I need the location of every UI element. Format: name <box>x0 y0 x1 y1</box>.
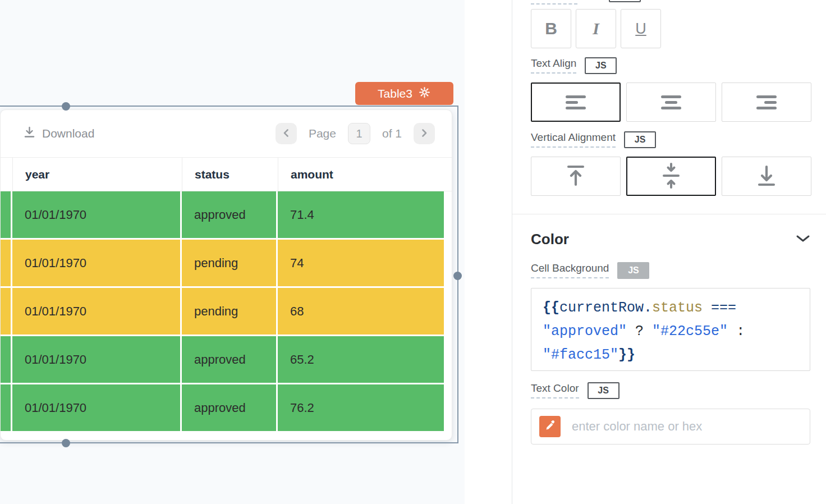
row-cell-year[interactable]: 01/01/1970 <box>12 191 180 238</box>
underline-button[interactable]: U <box>621 9 661 48</box>
chevron-down-icon[interactable] <box>796 234 810 245</box>
row-cell-amount[interactable]: 74 <box>278 240 444 286</box>
vertical-alignment-js-badge[interactable]: JS <box>624 131 656 148</box>
resize-handle-bottom[interactable] <box>62 439 70 447</box>
text-align-label-row: Text Align JS <box>531 57 617 74</box>
cell-background-label-row: Cell Background JS <box>531 262 649 279</box>
row-cell-sliver <box>1 336 11 383</box>
align-center-button[interactable] <box>626 83 716 122</box>
inspector-panel: Emphasis JS B I U Text Align JS Vertical… <box>512 0 826 504</box>
text-color-js-badge[interactable]: JS <box>588 382 620 399</box>
row-cell-amount[interactable]: 71.4 <box>278 191 444 238</box>
emphasis-js-badge[interactable]: JS <box>609 0 641 2</box>
row-cell-sliver <box>1 288 11 335</box>
resize-handle-top[interactable] <box>62 102 70 111</box>
pagination: Page of 1 <box>276 123 435 144</box>
valign-bottom-icon <box>756 164 777 189</box>
header-cell-year[interactable]: year <box>12 158 180 191</box>
page-label: Page <box>309 127 336 140</box>
valign-middle-button[interactable] <box>626 157 716 196</box>
table-row[interactable]: 01/01/1970 pending 68 <box>1 288 452 335</box>
color-section-header[interactable]: Color <box>531 231 810 248</box>
table-toolbar: Download Page of 1 <box>1 110 452 158</box>
align-right-button[interactable] <box>722 83 811 122</box>
download-icon <box>23 126 36 141</box>
page-number-input[interactable] <box>348 123 370 144</box>
row-cell-amount[interactable]: 65.2 <box>278 336 444 383</box>
valign-top-icon <box>565 164 586 189</box>
cell-background-label: Cell Background <box>531 262 609 278</box>
next-page-button[interactable] <box>414 123 435 144</box>
resize-handle-right[interactable] <box>453 272 462 280</box>
table-row[interactable]: 01/01/1970 approved 76.2 <box>1 384 452 431</box>
text-color-label: Text Color <box>531 382 579 398</box>
eyedropper-swatch[interactable] <box>539 416 561 437</box>
text-color-input-wrap <box>531 409 810 445</box>
align-left-button[interactable] <box>531 83 621 122</box>
row-cell-year[interactable]: 01/01/1970 <box>12 384 180 431</box>
emphasis-buttons: B I U <box>531 9 661 48</box>
chevron-right-icon <box>420 129 429 139</box>
header-cell-amount[interactable]: amount <box>278 158 444 191</box>
cell-background-code-editor[interactable]: {{currentRow.status === "approved" ? "#2… <box>531 288 810 371</box>
section-divider <box>512 214 826 214</box>
align-right-icon <box>756 95 777 109</box>
header-cell-sliver <box>1 158 13 191</box>
table-component[interactable]: Download Page of 1 <box>0 109 452 441</box>
table-header-row: year status amount <box>1 158 452 191</box>
row-cell-sliver <box>1 240 11 286</box>
canvas-panel-gap <box>465 0 512 504</box>
valign-middle-icon <box>660 163 682 190</box>
vertical-alignment-label-row: Vertical Alignment JS <box>531 131 656 148</box>
row-cell-sliver <box>1 384 11 431</box>
chevron-left-icon <box>282 129 291 139</box>
row-cell-status[interactable]: approved <box>182 336 276 383</box>
row-cell-amount[interactable]: 76.2 <box>278 384 444 431</box>
page-of-label: of 1 <box>382 127 402 140</box>
row-cell-amount[interactable]: 68 <box>278 288 444 335</box>
component-tag-label: Table3 <box>378 87 412 100</box>
component-tag-table3[interactable]: Table3 <box>355 82 453 105</box>
eyedropper-icon <box>544 420 556 434</box>
row-cell-year[interactable]: 01/01/1970 <box>12 288 180 335</box>
align-center-icon <box>661 95 681 109</box>
app-editor: Table3 Downlo <box>0 0 826 504</box>
row-cell-year[interactable]: 01/01/1970 <box>12 240 180 286</box>
emphasis-label: Emphasis <box>531 0 577 4</box>
table-body: 01/01/1970 approved 71.4 01/01/1970 pend… <box>1 191 452 431</box>
text-align-js-badge[interactable]: JS <box>585 57 617 74</box>
text-color-input[interactable] <box>572 419 810 434</box>
download-label: Download <box>42 127 94 140</box>
row-cell-status[interactable]: approved <box>182 191 276 238</box>
table-row[interactable]: 01/01/1970 pending 74 <box>1 240 452 286</box>
row-cell-status[interactable]: pending <box>182 240 276 286</box>
table-row[interactable]: 01/01/1970 approved 65.2 <box>1 336 452 383</box>
row-cell-status[interactable]: pending <box>182 288 276 335</box>
row-cell-status[interactable]: approved <box>182 384 276 431</box>
vertical-alignment-buttons <box>531 157 811 196</box>
text-align-label: Text Align <box>531 57 576 74</box>
gear-icon[interactable] <box>418 86 431 102</box>
text-color-label-row: Text Color JS <box>531 382 620 399</box>
header-cell-status[interactable]: status <box>182 158 276 191</box>
vertical-alignment-label: Vertical Alignment <box>531 131 616 148</box>
row-cell-year[interactable]: 01/01/1970 <box>12 336 180 383</box>
color-section-title: Color <box>531 231 569 248</box>
cell-background-js-badge[interactable]: JS <box>617 262 649 279</box>
valign-top-button[interactable] <box>531 157 621 196</box>
bold-button[interactable]: B <box>531 9 571 48</box>
row-cell-sliver <box>1 191 11 238</box>
table-row[interactable]: 01/01/1970 approved 71.4 <box>1 191 452 238</box>
text-align-buttons <box>531 83 811 122</box>
valign-bottom-button[interactable] <box>722 157 811 196</box>
prev-page-button[interactable] <box>276 123 297 144</box>
editor-canvas[interactable]: Table3 Downlo <box>0 0 465 504</box>
italic-button[interactable]: I <box>576 9 616 48</box>
download-button[interactable]: Download <box>23 126 94 141</box>
align-left-icon <box>566 95 586 109</box>
